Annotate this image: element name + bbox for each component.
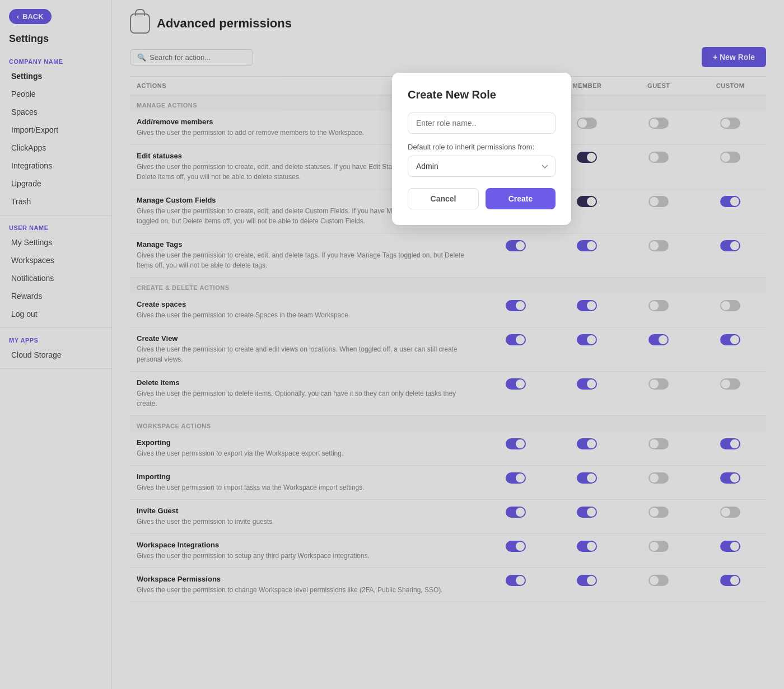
create-role-modal: Create New Role Default role to inherit … <box>392 73 571 225</box>
inherit-label: Default role to inherit permissions from… <box>408 143 556 151</box>
role-name-input[interactable] <box>408 113 556 134</box>
modal-overlay: Create New Role Default role to inherit … <box>0 0 784 689</box>
create-button[interactable]: Create <box>486 188 556 209</box>
cancel-button[interactable]: Cancel <box>408 188 479 209</box>
modal-actions: Cancel Create <box>408 188 556 209</box>
modal-title: Create New Role <box>408 88 556 101</box>
inherit-select[interactable]: AdminMemberGuest <box>408 156 556 177</box>
